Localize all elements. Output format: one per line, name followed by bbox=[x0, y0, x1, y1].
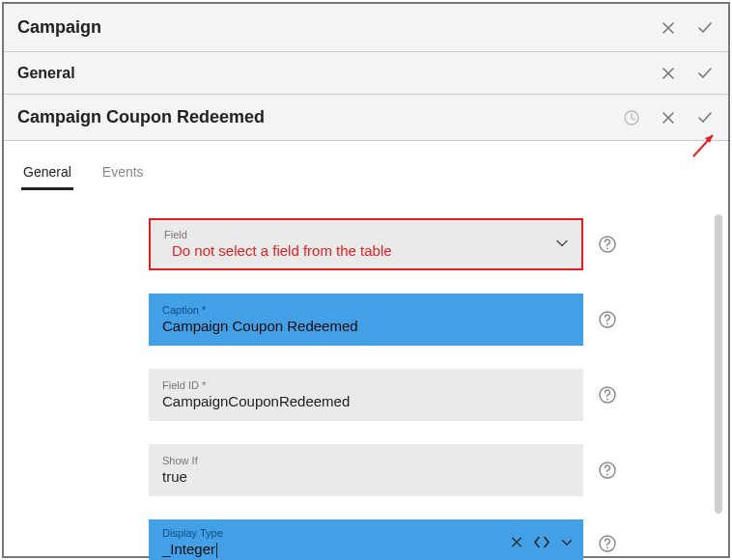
close-icon[interactable] bbox=[655, 104, 682, 131]
form-row-field-id: Field ID * CampaignCouponRedeemed bbox=[149, 369, 728, 421]
page-header-actions bbox=[618, 104, 718, 131]
checkmark-icon[interactable] bbox=[691, 14, 718, 42]
breadcrumb-general-actions bbox=[655, 60, 718, 87]
caption-input[interactable]: Caption * Campaign Coupon Redeemed bbox=[149, 294, 583, 346]
show-if-label: Show If bbox=[162, 455, 570, 466]
help-icon[interactable] bbox=[597, 309, 618, 330]
breadcrumb-campaign-title: Campaign bbox=[17, 17, 101, 38]
field-dropdown[interactable]: Field Do not select a field from the tab… bbox=[149, 218, 583, 270]
chevron-down-icon[interactable] bbox=[560, 536, 574, 552]
tab-general[interactable]: General bbox=[21, 158, 73, 189]
form-row-show-if: Show If true bbox=[149, 444, 728, 496]
field-id-label: Field ID * bbox=[162, 379, 570, 391]
display-type-text: _Integer bbox=[162, 541, 215, 557]
help-icon[interactable] bbox=[597, 384, 618, 406]
field-id-value: CampaignCouponRedeemed bbox=[162, 393, 570, 409]
close-icon[interactable] bbox=[655, 14, 682, 42]
page-title: Campaign Coupon Redeemed bbox=[17, 107, 265, 127]
help-icon[interactable] bbox=[597, 234, 618, 255]
field-id-input[interactable]: Field ID * CampaignCouponRedeemed bbox=[149, 369, 583, 421]
checkmark-icon[interactable] bbox=[691, 60, 718, 87]
checkmark-icon[interactable] bbox=[691, 104, 718, 131]
tabs: General Events bbox=[4, 158, 728, 190]
breadcrumb-campaign-actions bbox=[655, 14, 718, 42]
display-type-label: Display Type bbox=[162, 527, 570, 539]
breadcrumb-row-general: General bbox=[4, 52, 728, 95]
field-label: Field bbox=[164, 229, 568, 240]
svg-point-4 bbox=[606, 248, 608, 250]
text-caret bbox=[216, 543, 217, 558]
clear-icon[interactable] bbox=[510, 536, 523, 552]
form-area: Field Do not select a field from the tab… bbox=[4, 207, 728, 556]
svg-point-8 bbox=[606, 399, 608, 401]
chevron-down-icon bbox=[554, 236, 570, 254]
caption-label: Caption * bbox=[162, 304, 570, 316]
scrollbar-thumb[interactable] bbox=[715, 214, 722, 514]
field-value: Do not select a field from the table bbox=[164, 242, 568, 259]
display-type-value: _Integer bbox=[162, 541, 570, 558]
display-type-inline-actions bbox=[510, 536, 574, 552]
svg-point-6 bbox=[606, 323, 608, 325]
form-row-display-type: Display Type _Integer bbox=[149, 519, 728, 560]
form-row-field: Field Do not select a field from the tab… bbox=[149, 218, 728, 270]
breadcrumb-general-title: General bbox=[17, 65, 75, 82]
help-icon[interactable] bbox=[597, 460, 618, 481]
tab-events[interactable]: Events bbox=[100, 158, 146, 189]
show-if-input[interactable]: Show If true bbox=[149, 444, 583, 496]
clock-icon[interactable] bbox=[618, 104, 645, 131]
page-header-row: Campaign Coupon Redeemed bbox=[4, 95, 728, 141]
form-row-caption: Caption * Campaign Coupon Redeemed bbox=[149, 294, 728, 346]
svg-point-10 bbox=[606, 474, 608, 476]
scrollbar-track[interactable] bbox=[715, 214, 722, 550]
breadcrumb-row-campaign: Campaign bbox=[4, 4, 728, 52]
close-icon[interactable] bbox=[655, 60, 682, 87]
display-type-input[interactable]: Display Type _Integer bbox=[149, 519, 583, 560]
code-icon[interactable] bbox=[533, 536, 550, 552]
svg-point-12 bbox=[606, 547, 608, 549]
caption-value: Campaign Coupon Redeemed bbox=[162, 318, 570, 334]
app-window: Campaign General Campaign Coupon Redeeme… bbox=[2, 2, 730, 558]
show-if-value: true bbox=[162, 468, 570, 485]
help-icon[interactable] bbox=[597, 533, 618, 554]
